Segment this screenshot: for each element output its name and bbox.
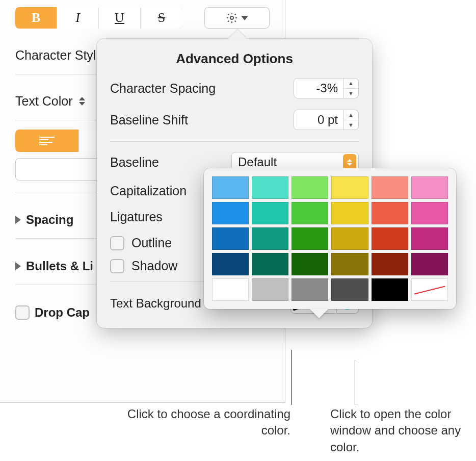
color-swatch[interactable] — [372, 278, 408, 301]
character-spacing-row: Character Spacing -3% ▲▼ — [110, 78, 359, 98]
callout-line — [355, 360, 355, 405]
color-swatch[interactable] — [292, 176, 328, 199]
baseline-shift-stepper[interactable]: 0 pt ▲▼ — [294, 110, 359, 130]
character-spacing-stepper[interactable]: -3% ▲▼ — [294, 78, 359, 98]
stepper-arrows-icon[interactable]: ▲▼ — [343, 78, 359, 98]
italic-button[interactable]: I — [57, 7, 99, 29]
color-swatch[interactable] — [212, 227, 249, 250]
stepper-arrows-icon[interactable]: ▲▼ — [343, 110, 359, 130]
style-toolbar: B I U S — [15, 0, 270, 29]
color-swatch[interactable] — [292, 278, 328, 301]
color-swatch[interactable] — [331, 202, 368, 224]
align-left-button[interactable] — [15, 130, 79, 152]
character-spacing-value[interactable]: -3% — [294, 78, 343, 98]
color-swatch[interactable] — [252, 278, 288, 301]
color-swatch[interactable] — [292, 253, 328, 275]
bold-button[interactable]: B — [15, 7, 57, 29]
color-swatch[interactable] — [372, 227, 408, 250]
callout-color-window: Click to open the color window and choos… — [330, 406, 463, 455]
color-swatch[interactable] — [411, 253, 448, 275]
color-swatch[interactable] — [411, 176, 448, 199]
shadow-checkbox[interactable] — [110, 259, 124, 273]
color-swatch[interactable] — [252, 176, 288, 199]
color-swatch[interactable] — [212, 253, 249, 275]
color-swatch[interactable] — [252, 227, 288, 250]
color-swatch[interactable] — [212, 278, 249, 301]
color-swatch[interactable] — [331, 227, 368, 250]
disclosure-icon — [15, 216, 21, 224]
outline-checkbox[interactable] — [110, 236, 124, 250]
svg-point-0 — [230, 16, 233, 19]
callout-coordinating: Click to choose a coordinating color. — [113, 406, 290, 439]
color-swatch[interactable] — [292, 202, 328, 224]
baseline-value: Default — [238, 155, 277, 169]
separator — [110, 141, 359, 142]
capitalization-label: Capitalization — [110, 184, 187, 198]
shadow-label: Shadow — [131, 259, 177, 273]
outline-label: Outline — [131, 236, 172, 250]
color-swatch[interactable] — [252, 253, 288, 275]
color-swatch[interactable] — [252, 202, 288, 224]
color-swatch[interactable] — [372, 176, 408, 199]
ligatures-label: Ligatures — [110, 210, 163, 224]
spacing-label: Spacing — [26, 213, 73, 227]
align-left-icon — [39, 137, 55, 145]
character-styles-label: Character Styl — [15, 48, 96, 63]
text-style-segmented: B I U S — [15, 7, 182, 29]
color-swatch[interactable] — [331, 253, 368, 275]
color-swatch[interactable] — [372, 202, 408, 224]
strike-button[interactable]: S — [141, 7, 182, 29]
text-background-label: Text Background — [110, 296, 201, 311]
color-swatch[interactable] — [331, 278, 368, 301]
drop-cap-checkbox[interactable] — [15, 305, 30, 320]
baseline-label: Baseline — [110, 155, 159, 170]
baseline-shift-row: Baseline Shift 0 pt ▲▼ — [110, 110, 359, 130]
color-swatch[interactable] — [411, 278, 448, 301]
baseline-shift-label: Baseline Shift — [110, 113, 188, 127]
color-swatch[interactable] — [411, 227, 448, 250]
disclosure-icon — [15, 262, 21, 270]
color-swatch[interactable] — [411, 202, 448, 224]
drop-cap-label: Drop Cap — [35, 305, 90, 320]
gear-icon — [226, 12, 238, 24]
color-swatch[interactable] — [212, 176, 249, 199]
underline-button[interactable]: U — [99, 7, 141, 29]
color-swatch[interactable] — [331, 176, 368, 199]
color-swatch[interactable] — [212, 202, 249, 224]
popover-title: Advanced Options — [110, 51, 359, 67]
bullets-label: Bullets & Li — [26, 259, 93, 273]
color-picker-popover — [204, 168, 456, 309]
color-grid — [212, 176, 448, 301]
callout-line — [292, 350, 292, 405]
updown-icon — [79, 97, 85, 106]
advanced-options-button[interactable] — [204, 7, 270, 29]
color-swatch[interactable] — [372, 253, 408, 275]
text-color-label: Text Color — [15, 94, 73, 109]
baseline-shift-value[interactable]: 0 pt — [294, 110, 343, 130]
chevron-down-icon — [241, 16, 248, 20]
color-swatch[interactable] — [292, 227, 328, 250]
character-spacing-label: Character Spacing — [110, 81, 216, 96]
